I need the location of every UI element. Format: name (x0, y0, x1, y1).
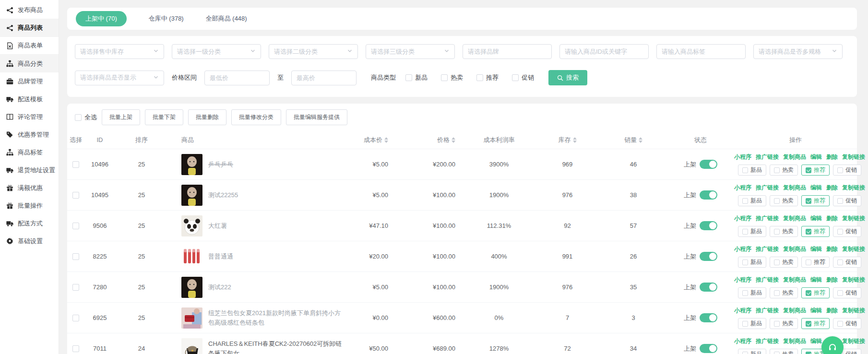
action-link-promo-link[interactable]: 推广链接 (756, 184, 779, 192)
sidebar-item[interactable]: 商品列表 (0, 19, 59, 37)
type-checkbox-recommend[interactable]: 推荐 (476, 73, 499, 82)
filter-select-1[interactable]: 请选择一级分类 (172, 44, 261, 59)
action-link-mini-program[interactable]: 小程序 (734, 337, 751, 345)
tag-toggle-promo[interactable]: 促销 (833, 287, 861, 298)
sidebar-item[interactable]: 发布商品 (0, 1, 59, 19)
tag-toggle-hot[interactable]: 热卖 (770, 165, 798, 176)
action-link-delete[interactable]: 删除 (826, 153, 838, 161)
tag-toggle-promo[interactable]: 促销 (833, 195, 861, 206)
action-link-copy-url[interactable]: 复制链接 (842, 337, 865, 345)
action-link-promo-link[interactable]: 推广链接 (756, 245, 779, 253)
action-link-mini-program[interactable]: 小程序 (734, 214, 751, 223)
row-checkbox[interactable] (72, 192, 79, 199)
tag-toggle-recommend[interactable]: 推荐 (801, 318, 830, 329)
action-link-edit[interactable]: 编辑 (810, 214, 822, 223)
column-header[interactable]: 销量 (600, 136, 667, 144)
sort-carets-icon[interactable] (452, 137, 455, 143)
action-link-delete[interactable]: 删除 (826, 276, 838, 284)
batch-button-3[interactable]: 批量修改分类 (231, 109, 281, 125)
tag-toggle-recommend[interactable]: 推荐 (801, 165, 830, 176)
status-toggle[interactable] (700, 221, 717, 230)
action-link-copy-product[interactable]: 复制商品 (783, 184, 806, 192)
sidebar-item[interactable]: 商品表单 (0, 37, 59, 55)
sidebar-item[interactable]: 优惠券管理 (0, 126, 59, 143)
action-link-edit[interactable]: 编辑 (810, 245, 822, 253)
column-header[interactable]: 库存 (535, 136, 600, 144)
tag-toggle-promo[interactable]: 促销 (833, 165, 861, 176)
tab-2[interactable]: 全部商品 (448) (206, 14, 247, 23)
action-link-edit[interactable]: 编辑 (810, 153, 822, 161)
sidebar-item[interactable]: 配送方式 (0, 214, 59, 232)
batch-button-0[interactable]: 批量上架 (102, 109, 140, 125)
filter-select-3[interactable]: 请选择三级分类 (366, 44, 455, 59)
status-toggle[interactable] (700, 160, 717, 169)
sidebar-item[interactable]: 满额优惠 (0, 179, 59, 197)
tag-toggle-promo[interactable]: 促销 (833, 226, 861, 237)
type-checkbox-new[interactable]: 新品 (405, 73, 428, 82)
row-checkbox[interactable] (72, 253, 79, 260)
batch-button-1[interactable]: 批量下架 (145, 109, 183, 125)
action-link-promo-link[interactable]: 推广链接 (756, 214, 779, 223)
action-link-delete[interactable]: 删除 (826, 184, 838, 192)
sidebar-item[interactable]: 商品分类 (0, 55, 59, 72)
action-link-mini-program[interactable]: 小程序 (734, 245, 751, 253)
tag-toggle-new[interactable]: 新品 (738, 165, 766, 176)
tag-toggle-new[interactable]: 新品 (738, 257, 766, 268)
column-header[interactable]: 成本价 (350, 136, 396, 144)
tag-toggle-new[interactable]: 新品 (738, 226, 766, 237)
action-link-mini-program[interactable]: 小程序 (734, 276, 751, 284)
tag-toggle-recommend[interactable]: 推荐 (801, 195, 830, 206)
sidebar-item[interactable]: 基础设置 (0, 232, 59, 250)
batch-button-2[interactable]: 批量删除 (188, 109, 226, 125)
filter-input-4[interactable] (463, 44, 552, 59)
tag-toggle-hot[interactable]: 热卖 (770, 349, 798, 354)
sort-carets-icon[interactable] (639, 137, 642, 143)
sidebar-item[interactable]: 品牌管理 (0, 72, 59, 90)
row-checkbox[interactable] (72, 284, 79, 291)
tab-1[interactable]: 仓库中 (378) (149, 14, 184, 23)
action-link-promo-link[interactable]: 推广链接 (756, 153, 779, 161)
action-link-mini-program[interactable]: 小程序 (734, 153, 751, 161)
tag-toggle-recommend[interactable]: 推荐 (801, 287, 830, 298)
tag-toggle-hot[interactable]: 热卖 (770, 318, 798, 329)
action-link-copy-url[interactable]: 复制链接 (842, 214, 865, 223)
tag-toggle-recommend[interactable]: 推荐 (801, 226, 830, 237)
action-link-copy-product[interactable]: 复制商品 (783, 245, 806, 253)
tag-toggle-new[interactable]: 新品 (738, 349, 766, 354)
sidebar-item[interactable]: 配送模板 (0, 90, 59, 108)
status-toggle[interactable] (700, 252, 717, 261)
tag-toggle-recommend[interactable]: 推荐 (801, 257, 830, 268)
tag-toggle-promo[interactable]: 促销 (833, 257, 861, 268)
action-link-copy-product[interactable]: 复制商品 (783, 153, 806, 161)
action-link-mini-program[interactable]: 小程序 (734, 307, 751, 315)
filter-select-0[interactable]: 请选择售中库存 (75, 44, 164, 59)
tag-toggle-promo[interactable]: 促销 (833, 318, 861, 329)
search-button[interactable]: 搜索 (548, 70, 587, 85)
column-header[interactable]: 价格 (396, 136, 463, 144)
sidebar-item[interactable]: 评论管理 (0, 108, 59, 126)
display-filter-select[interactable]: 请选择商品是否显示 (75, 71, 164, 85)
tag-toggle-hot[interactable]: 热卖 (770, 195, 798, 206)
action-link-copy-url[interactable]: 复制链接 (842, 307, 865, 315)
status-toggle[interactable] (700, 344, 717, 353)
status-toggle[interactable] (700, 313, 717, 322)
filter-input-6[interactable] (656, 44, 746, 59)
min-price-input[interactable] (204, 71, 270, 85)
status-toggle[interactable] (700, 283, 717, 292)
row-checkbox[interactable] (72, 161, 79, 168)
filter-select-7[interactable]: 请选择商品是否多规格 (753, 44, 843, 59)
filter-input-5[interactable] (559, 44, 649, 59)
tab-0[interactable]: 上架中 (70) (76, 11, 127, 26)
action-link-delete[interactable]: 删除 (826, 245, 838, 253)
select-all-checkbox[interactable]: 全选 (75, 113, 97, 122)
action-link-delete[interactable]: 删除 (826, 307, 838, 315)
action-link-copy-product[interactable]: 复制商品 (783, 337, 806, 345)
sort-carets-icon[interactable] (384, 137, 388, 143)
sort-carets-icon[interactable] (573, 137, 577, 143)
action-link-promo-link[interactable]: 推广链接 (756, 307, 779, 315)
action-link-copy-product[interactable]: 复制商品 (783, 276, 806, 284)
tag-toggle-new[interactable]: 新品 (738, 318, 766, 329)
action-link-copy-url[interactable]: 复制链接 (842, 276, 865, 284)
tag-toggle-hot[interactable]: 热卖 (770, 226, 798, 237)
row-checkbox[interactable] (72, 315, 79, 321)
